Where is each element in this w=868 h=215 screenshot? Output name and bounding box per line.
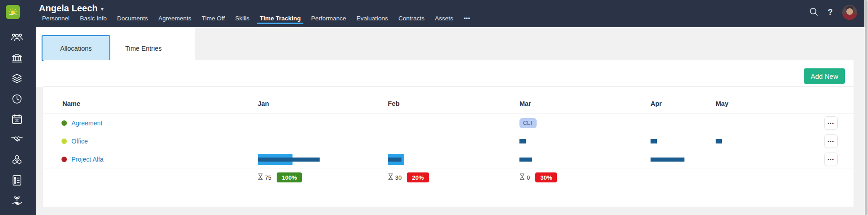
row-name-link[interactable]: Project Alfa	[71, 156, 104, 163]
avatar[interactable]	[842, 5, 857, 20]
employee-name: Angela Leech	[39, 3, 98, 14]
summary-hours: 0	[527, 174, 530, 181]
column-header-apr: Apr	[651, 100, 662, 107]
table-row-office: Office•••	[43, 132, 854, 150]
page-scrollbar[interactable]	[864, 0, 868, 215]
tab-time-entries[interactable]: Time Entries	[120, 35, 167, 61]
checklist-icon[interactable]	[11, 174, 23, 186]
hourglass-icon	[519, 173, 525, 182]
main-nav: PersonnelBasic InfoDocumentsAgreementsTi…	[39, 14, 473, 24]
app-root: Angela Leech ▾ PersonnelBasic InfoDocume…	[0, 0, 868, 215]
people-icon[interactable]	[11, 32, 23, 44]
allocation-bar-apr[interactable]	[651, 158, 684, 162]
hourglass-icon	[388, 173, 393, 182]
search-icon[interactable]	[809, 7, 818, 18]
nav-item-skills[interactable]: Skills	[232, 14, 252, 24]
summary-percent-badge: 100%	[277, 172, 302, 182]
app-logo[interactable]	[6, 5, 20, 19]
chevron-down-icon: ▾	[101, 6, 104, 12]
nav-item-time-off[interactable]: Time Off	[199, 14, 227, 24]
column-header-feb: Feb	[388, 100, 400, 107]
card-toolbar: Add New	[43, 60, 854, 87]
allocation-bar-feb[interactable]	[388, 158, 401, 162]
left-sidebar	[0, 0, 36, 215]
layers-icon[interactable]	[11, 72, 23, 85]
row-actions-button[interactable]: •••	[824, 153, 838, 166]
bank-icon[interactable]	[11, 52, 23, 64]
allocations-card: Add New Name JanFebMarAprMay AgreementCL…	[43, 60, 854, 207]
row-actions-button[interactable]: •••	[824, 116, 838, 130]
nav-item-agreements[interactable]: Agreements	[156, 14, 194, 24]
allocation-bar-mar[interactable]	[519, 139, 526, 143]
tab-allocations[interactable]: Allocations	[42, 35, 110, 61]
summary-feb: 3020%	[388, 172, 429, 182]
nav-item-performance[interactable]: Performance	[308, 14, 349, 24]
hourglass-icon	[258, 173, 263, 182]
nav-item-more[interactable]: •••	[461, 14, 473, 24]
summary-hours: 30	[395, 174, 401, 181]
add-new-button[interactable]: Add New	[804, 68, 845, 84]
summary-row: 75100%3020%030%	[43, 168, 854, 186]
summary-percent-badge: 30%	[535, 172, 557, 182]
nav-item-contracts[interactable]: Contracts	[396, 14, 427, 24]
allocation-bar-apr[interactable]	[651, 139, 657, 143]
table-body: AgreementCLT•••Office•••Project Alfa•••	[43, 114, 854, 168]
summary-hours: 75	[265, 174, 271, 181]
nav-item-personnel[interactable]: Personnel	[39, 14, 72, 24]
summary-mar: 030%	[519, 172, 557, 182]
row-name-link[interactable]: Agreement	[71, 119, 102, 127]
scrollbar-thumb[interactable]	[865, 0, 868, 215]
nav-item-basic-info[interactable]: Basic Info	[77, 14, 109, 24]
allocation-bar-mar[interactable]	[519, 158, 532, 162]
cubes-icon[interactable]	[11, 154, 23, 166]
status-dot	[61, 139, 67, 144]
help-icon[interactable]: ?	[828, 8, 833, 17]
summary-percent-badge: 20%	[407, 172, 429, 182]
status-dot	[61, 157, 67, 162]
table-header-row: Name JanFebMarAprMay	[43, 87, 854, 114]
status-dot	[61, 120, 67, 126]
table-row-agreement: AgreementCLT•••	[43, 114, 854, 132]
allocation-badge-clt[interactable]: CLT	[519, 118, 537, 128]
allocation-bar-may[interactable]	[716, 139, 722, 143]
employee-name-dropdown[interactable]: Angela Leech ▾	[39, 3, 104, 14]
allocation-bar-jan[interactable]	[258, 158, 320, 162]
seedling-hand-icon[interactable]	[11, 195, 23, 207]
top-header: Angela Leech ▾ PersonnelBasic InfoDocume…	[36, 0, 864, 27]
summary-jan: 75100%	[258, 172, 302, 182]
column-header-jan: Jan	[258, 100, 269, 107]
column-header-may: May	[716, 100, 728, 107]
header-icons: ?	[809, 5, 857, 20]
nav-item-documents[interactable]: Documents	[114, 14, 151, 24]
nav-item-evaluations[interactable]: Evaluations	[354, 14, 391, 24]
clock-icon[interactable]	[11, 93, 23, 105]
column-header-name: Name	[62, 100, 80, 107]
nav-item-time-tracking[interactable]: Time Tracking	[257, 14, 304, 24]
table-row-project-alfa: Project Alfa•••	[43, 150, 854, 168]
row-name-link[interactable]: Office	[71, 138, 88, 145]
column-header-mar: Mar	[519, 100, 531, 107]
row-actions-button[interactable]: •••	[824, 134, 838, 148]
nav-item-assets[interactable]: Assets	[432, 14, 456, 24]
handshake-icon[interactable]	[11, 134, 23, 146]
calendar-x-icon[interactable]	[11, 113, 23, 125]
